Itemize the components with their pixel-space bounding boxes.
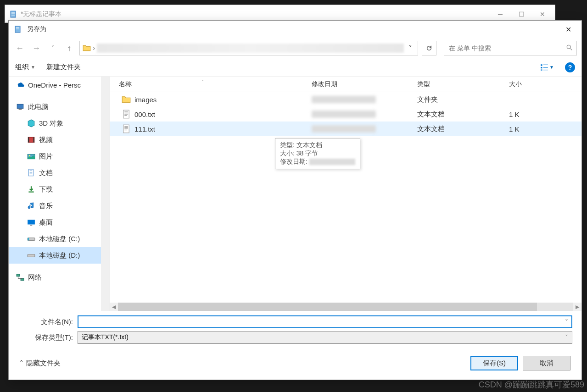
text-file-icon	[122, 110, 131, 119]
dialog-title: 另存为	[25, 25, 558, 33]
tree-item-music[interactable]: 音乐	[9, 198, 109, 214]
notepad-icon	[14, 26, 22, 33]
forward-button[interactable]: →	[30, 42, 43, 55]
svg-rect-16	[19, 109, 22, 110]
refresh-button[interactable]	[422, 41, 436, 55]
svg-rect-9	[541, 64, 542, 66]
svg-rect-32	[21, 278, 24, 281]
tree-item-pictures[interactable]: 图片	[9, 148, 109, 165]
folder-icon	[83, 44, 91, 52]
svg-point-7	[567, 45, 570, 49]
chevron-down-icon[interactable]: ˅	[565, 334, 568, 341]
nav-scrollbar[interactable]	[101, 77, 109, 311]
view-icon	[540, 63, 548, 72]
search-box[interactable]	[444, 41, 577, 55]
file-list-area: 名称˄ 修改日期 类型 大小 images 文件夹 000.txt 文本文档 1…	[110, 77, 581, 311]
file-row-folder[interactable]: images 文件夹	[110, 92, 581, 107]
cube-icon	[27, 119, 35, 127]
svg-rect-18	[28, 137, 29, 142]
save-button[interactable]: 保存(S)	[470, 356, 518, 370]
tree-item-documents[interactable]: 文档	[9, 165, 109, 181]
pictures-icon	[27, 152, 35, 160]
svg-rect-27	[30, 225, 33, 226]
dialog-footer: ˄ 隐藏文件夹 保存(S) 取消	[9, 348, 581, 380]
back-button[interactable]: ←	[13, 42, 26, 55]
save-form: 文件名(N): ˅ 保存类型(T): 记事本TXT(*.txt) ˅	[9, 311, 581, 348]
scroll-right-icon[interactable]: ▶	[573, 303, 581, 311]
chevron-down-icon[interactable]: ˅	[565, 318, 568, 326]
onedrive-icon	[16, 81, 24, 89]
tree-item-network[interactable]: 网络	[9, 269, 109, 286]
tree-item-disk-c[interactable]: 本地磁盘 (C:)	[9, 231, 109, 247]
scroll-thumb[interactable]	[118, 303, 537, 311]
column-size[interactable]: 大小	[509, 80, 550, 88]
folder-icon	[122, 95, 131, 104]
dialog-close-button[interactable]: ✕	[558, 22, 579, 36]
pc-icon	[16, 103, 24, 111]
music-icon	[27, 202, 35, 210]
blurred-date	[312, 96, 376, 103]
blurred-date	[312, 110, 376, 118]
svg-rect-10	[541, 66, 542, 68]
notepad-icon	[10, 11, 17, 18]
refresh-icon	[426, 45, 432, 51]
address-bar[interactable]: › ˅	[79, 41, 418, 55]
search-input[interactable]	[448, 44, 566, 52]
svg-rect-30	[28, 254, 35, 257]
filetype-label: 保存类型(T):	[22, 333, 78, 342]
tree-item-desktop[interactable]: 桌面	[9, 214, 109, 231]
column-name[interactable]: 名称˄	[110, 80, 312, 88]
scroll-track[interactable]	[118, 303, 573, 311]
view-options-button[interactable]: ▼	[540, 63, 554, 72]
filetype-select[interactable]: 记事本TXT(*.txt) ˅	[78, 331, 572, 344]
scroll-left-icon[interactable]: ◀	[110, 303, 118, 311]
tree-item-videos[interactable]: 视频	[9, 132, 109, 148]
file-tooltip: 类型: 文本文档 大小: 38 字节 修改日期:	[275, 138, 360, 169]
filename-input[interactable]: ˅	[78, 315, 572, 328]
search-icon[interactable]	[566, 44, 573, 52]
column-type[interactable]: 类型	[417, 80, 509, 88]
minimize-button[interactable]: ─	[490, 7, 511, 21]
disk-icon	[27, 235, 35, 243]
svg-rect-26	[28, 220, 35, 224]
close-button[interactable]: ✕	[532, 7, 553, 21]
parent-window-controls: ─ ☐ ✕	[490, 7, 553, 21]
toolbar: 组织▼ 新建文件夹 ▼ ?	[9, 58, 581, 77]
body-area: OneDrive - Persc 此电脑 3D 对象 视频 图片 文档	[9, 77, 581, 311]
tree-item-downloads[interactable]: 下载	[9, 181, 109, 198]
address-path-blurred	[97, 44, 404, 53]
maximize-button[interactable]: ☐	[511, 7, 532, 21]
tree-item-onedrive[interactable]: OneDrive - Persc	[9, 77, 109, 93]
cancel-button[interactable]: 取消	[523, 356, 570, 370]
tree-item-disk-d[interactable]: 本地磁盘 (D:)	[9, 247, 109, 264]
tree-item-this-pc[interactable]: 此电脑	[9, 99, 109, 115]
new-folder-button[interactable]: 新建文件夹	[46, 63, 81, 72]
svg-rect-0	[11, 11, 16, 17]
svg-rect-4	[15, 26, 20, 33]
navigation-bar: ← → ˅ ↑ › ˅	[9, 38, 581, 58]
horizontal-scrollbar[interactable]: ◀ ▶	[110, 303, 581, 311]
watermark: CSDN @蹦蹦跳跳真可爱589	[479, 379, 584, 390]
up-button[interactable]: ↑	[63, 42, 76, 55]
blurred-date	[309, 159, 355, 165]
column-date[interactable]: 修改日期	[312, 80, 417, 88]
organize-button[interactable]: 组织▼	[15, 63, 35, 72]
svg-rect-31	[17, 274, 20, 276]
svg-rect-11	[541, 69, 542, 70]
history-dropdown[interactable]: ˅	[46, 42, 59, 55]
svg-rect-19	[34, 137, 34, 142]
tree-item-3d-objects[interactable]: 3D 对象	[9, 115, 109, 132]
desktop-icon	[27, 218, 35, 226]
help-button[interactable]: ?	[565, 62, 575, 72]
save-as-dialog: 另存为 ✕ ← → ˅ ↑ › ˅ 组织▼ 新建文件夹 ▼ ?	[8, 20, 582, 380]
file-row-text[interactable]: 000.txt 文本文档 1 K	[110, 107, 581, 121]
text-file-icon	[122, 124, 131, 133]
address-dropdown-icon[interactable]: ˅	[406, 44, 415, 53]
column-headers: 名称˄ 修改日期 类型 大小	[110, 77, 581, 92]
downloads-icon	[27, 185, 35, 193]
svg-rect-15	[17, 104, 23, 108]
network-icon	[16, 273, 24, 282]
file-row-text[interactable]: 111.txt 文本文档 1 K	[110, 121, 581, 136]
hide-folders-toggle[interactable]: ˄ 隐藏文件夹	[20, 359, 61, 368]
svg-rect-29	[28, 238, 29, 241]
